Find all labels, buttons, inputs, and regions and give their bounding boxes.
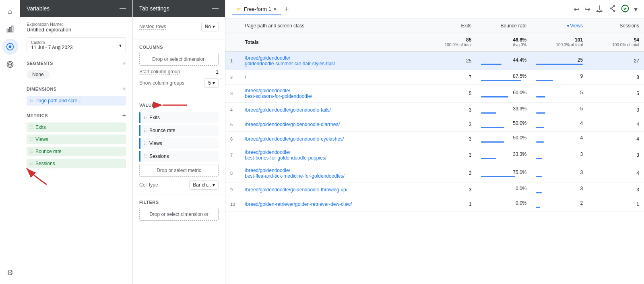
value-chip-bounce-rate[interactable]: ⠿ Bounce rate xyxy=(139,125,219,136)
svg-point-15 xyxy=(622,5,629,12)
value-chip-views[interactable]: ⠿ Views xyxy=(139,138,219,149)
tab-area: ✏ Free-form 1 ▾ + xyxy=(232,3,289,15)
totals-exits: 85 100.0% of total xyxy=(420,33,477,52)
row-path[interactable]: /breed/goldendoodle/ goldendoodle-summer… xyxy=(240,52,420,70)
check-btn[interactable] xyxy=(621,4,629,15)
values-section: VALUES ⠿ Exits ⠿ Bounce rate ⠿ Views xyxy=(133,96,225,195)
col-bounce-rate[interactable]: Bounce rate xyxy=(476,19,531,33)
row-bounce-rate: 33.3% xyxy=(476,103,531,117)
row-index: 8 xyxy=(225,164,240,182)
exploration-name: Untitled exploration xyxy=(27,27,126,33)
metric-chip-sessions[interactable]: ⠿ Sessions xyxy=(27,159,126,168)
row-sessions: 3 xyxy=(588,146,644,164)
value-chip-exits[interactable]: ⠿ Exits xyxy=(139,112,219,123)
metric-chip-bounce-rate[interactable]: ⠿ Bounce rate xyxy=(27,147,126,156)
metric-chip-views[interactable]: ⠿ Views xyxy=(27,135,126,144)
row-path[interactable]: /breed/goldendoodle/goldendoodle-eyelash… xyxy=(240,132,420,146)
start-column-group-row: Start column group 1 xyxy=(139,69,219,75)
active-tab[interactable]: ✏ Free-form 1 ▾ xyxy=(232,3,281,15)
row-sessions: 3 xyxy=(588,103,644,117)
add-tab-btn[interactable]: + xyxy=(285,5,289,14)
values-title: VALUES xyxy=(139,103,158,108)
row-views: 9 xyxy=(531,70,588,85)
row-path[interactable]: /breed/goldendoodle/goldendoodle-diarrhe… xyxy=(240,117,420,132)
values-drop-zone[interactable]: Drop or select metric xyxy=(139,164,219,177)
segment-none[interactable]: None xyxy=(27,70,50,79)
value-chip-sessions[interactable]: ⠿ Sessions xyxy=(139,151,219,162)
columns-section: COLUMNS Drop or select dimension Start c… xyxy=(133,40,225,96)
row-bounce-rate: 44.4% xyxy=(476,52,531,70)
totals-bounce-rate: 46.8% Avg 0% xyxy=(476,33,531,52)
row-path[interactable]: /breed/goldendoodle/ best-bones-for-gold… xyxy=(240,146,420,164)
drag-icon: ⠿ xyxy=(30,149,33,154)
cell-type-select[interactable]: Bar ch... ▾ xyxy=(189,180,219,190)
nested-rows-value: No xyxy=(205,24,211,29)
row-path[interactable]: / xyxy=(240,70,420,85)
metric-label-exits: Exits xyxy=(35,124,46,130)
cell-type-label: Cell type xyxy=(139,182,158,188)
row-path[interactable]: /breed/golden-retriever/golden-retriever… xyxy=(240,197,420,211)
variables-minimize[interactable]: — xyxy=(120,5,126,12)
svg-rect-0 xyxy=(7,29,8,32)
row-index: 4 xyxy=(225,103,240,117)
row-path[interactable]: /breed/goldendoodle/goldendoodle-tails/ xyxy=(240,103,420,117)
nested-rows-row: Nested rows No ▾ xyxy=(139,22,219,31)
date-range-picker[interactable]: Custom 11 Jul - 7 Aug 2023 ▾ xyxy=(27,37,126,53)
share-btn[interactable] xyxy=(608,4,616,15)
row-path[interactable]: /breed/goldendoodle/ best-scissors-for-g… xyxy=(240,85,420,103)
drag-icon: ⠿ xyxy=(144,141,147,146)
col-path[interactable]: Page path and screen class xyxy=(240,19,420,33)
metrics-add-btn[interactable]: + xyxy=(122,112,126,119)
row-exits: 5 xyxy=(420,85,477,103)
nav-home[interactable]: ⌂ xyxy=(2,3,18,19)
tab-settings-minimize[interactable]: — xyxy=(212,5,219,12)
row-path[interactable]: /breed/goldendoodle/goldendoodle-throwin… xyxy=(240,182,420,197)
columns-title: COLUMNS xyxy=(139,45,219,50)
start-column-group-label: Start column group xyxy=(139,69,180,75)
date-range-chevron: ▾ xyxy=(119,43,122,48)
row-path[interactable]: /breed/goldendoodle/ best-flea-and-tick-… xyxy=(240,164,420,182)
show-column-groups-select[interactable]: 5 ▾ xyxy=(204,78,219,88)
row-exits: 3 xyxy=(420,103,477,117)
dimension-chip-0[interactable]: ⠿ Page path and scre... xyxy=(27,96,126,106)
drag-icon: ⠿ xyxy=(144,115,147,120)
variables-title: Variables xyxy=(27,5,50,12)
row-exits: 2 xyxy=(420,164,477,182)
row-bounce-rate: 50.0% xyxy=(476,132,531,146)
show-column-groups-row: Show column groups 5 ▾ xyxy=(139,78,219,88)
row-exits: 25 xyxy=(420,52,477,70)
undo-btn[interactable]: ↩ xyxy=(574,5,580,14)
metric-label-bounce-rate: Bounce rate xyxy=(35,149,62,154)
row-exits: 3 xyxy=(420,182,477,197)
col-views[interactable]: ▼Views xyxy=(531,19,588,33)
tab-dropdown-chevron[interactable]: ▾ xyxy=(274,6,277,12)
nav-chart[interactable] xyxy=(2,21,18,37)
exploration-label: Exploration Name: xyxy=(27,22,126,27)
col-sessions[interactable]: Sessions xyxy=(588,19,644,33)
segments-add-btn[interactable]: + xyxy=(122,60,126,67)
cell-type-row: Cell type Bar ch... ▾ xyxy=(139,180,219,190)
table-row: 8/breed/goldendoodle/ best-flea-and-tick… xyxy=(225,164,644,182)
filters-drop-zone[interactable]: Drop or select dimension or xyxy=(139,208,219,221)
more-btn[interactable]: ▾ xyxy=(634,5,638,14)
settings-icon[interactable]: ⚙ xyxy=(2,265,18,281)
show-column-groups-label: Show column groups xyxy=(139,80,184,86)
nav-explore[interactable] xyxy=(2,39,18,55)
row-views: 5 xyxy=(531,85,588,103)
col-exits[interactable]: Exits xyxy=(420,19,477,33)
value-label-sessions: Sessions xyxy=(149,153,169,159)
cell-type-chevron: ▾ xyxy=(213,182,215,188)
columns-drop-zone[interactable]: Drop or select dimension xyxy=(139,53,219,66)
download-btn[interactable] xyxy=(595,4,603,15)
row-sessions: 1 xyxy=(588,197,644,211)
nested-rows-select[interactable]: No ▾ xyxy=(201,22,219,31)
redo-btn[interactable]: ↪ xyxy=(584,5,590,14)
dimensions-add-btn[interactable]: + xyxy=(122,85,126,93)
metric-chip-exits[interactable]: ⠿ Exits xyxy=(27,122,126,132)
row-index: 3 xyxy=(225,85,240,103)
metrics-title: METRICS xyxy=(27,113,48,118)
row-bounce-rate: 0.0% xyxy=(476,182,531,197)
nav-target[interactable] xyxy=(2,56,18,73)
table-row: 10/breed/golden-retriever/golden-retriev… xyxy=(225,197,644,211)
svg-line-14 xyxy=(612,8,613,10)
